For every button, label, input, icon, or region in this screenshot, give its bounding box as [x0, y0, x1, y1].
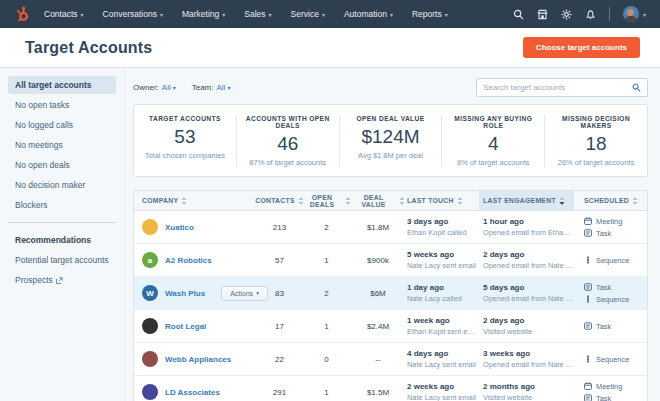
scheduled-task[interactable]: Task — [584, 394, 647, 401]
sidebar-item-no-meetings[interactable]: No meetings — [8, 136, 116, 154]
last-touch: 1 week ago Ethan Kopit sent email — [405, 316, 479, 336]
nav-reports[interactable]: Reports▾ — [412, 9, 448, 19]
divider — [8, 222, 116, 223]
owner-filter-label: Owner: — [133, 83, 159, 92]
sort-icon[interactable] — [457, 197, 463, 205]
search-icon[interactable] — [632, 83, 641, 92]
column-header-last-engagement[interactable]: LAST ENGAGEMENT — [479, 191, 574, 210]
open-deals-count: 0 — [302, 355, 351, 364]
sidebar-item-potential-target-accounts[interactable]: Potential target accounts — [8, 251, 116, 269]
table-row[interactable]: W Wash Plus Actions▾ 83 2 $6M 1 day ago … — [134, 277, 647, 310]
scheduled-task[interactable]: Task — [584, 322, 647, 331]
column-header-company[interactable]: COMPANY — [134, 191, 257, 210]
sort-icon[interactable] — [632, 197, 638, 205]
settings-gear-icon[interactable] — [561, 9, 572, 20]
notifications-bell-icon[interactable] — [585, 9, 596, 20]
table-row[interactable]: Root Legal 17 1 $2.4M 1 week ago Ethan K… — [134, 310, 647, 343]
nav-marketing[interactable]: Marketing▾ — [182, 9, 225, 19]
user-menu[interactable]: ▾ — [623, 6, 646, 22]
scheduled-sequence[interactable]: Sequence — [584, 256, 647, 265]
open-deals-count: 1 — [302, 388, 351, 397]
column-header-last-touch[interactable]: LAST TOUCH — [405, 191, 479, 210]
company-link[interactable]: Xuatico — [165, 223, 194, 232]
chevron-down-icon: ▾ — [390, 11, 393, 18]
chevron-down-icon: ▾ — [222, 11, 225, 18]
nav-service[interactable]: Service▾ — [291, 9, 325, 19]
chevron-down-icon: ▾ — [269, 11, 272, 18]
contacts-count: 291 — [257, 388, 302, 397]
calendar-icon — [584, 382, 592, 390]
sort-descending-icon[interactable] — [559, 197, 565, 205]
nav-automation[interactable]: Automation▾ — [344, 9, 393, 19]
sequence-icon — [584, 355, 592, 363]
nav-sales[interactable]: Sales▾ — [244, 9, 271, 19]
sort-icon[interactable] — [181, 197, 187, 205]
table-row[interactable]: a A2 Robotics 57 1 $900k 5 weeks ago Nat… — [134, 244, 647, 277]
search-icon[interactable] — [513, 9, 524, 20]
top-navigation-bar: Contacts▾ Conversations▾ Marketing▾ Sale… — [0, 0, 660, 28]
chevron-down-icon: ▾ — [160, 11, 163, 18]
last-touch: 2 weeks ago Nate Lacy sent email — [405, 382, 479, 401]
company-logo — [142, 384, 158, 400]
filter-bar: Owner: All▾ Team: All▾ — [133, 77, 648, 97]
target-accounts-table: COMPANY CONTACTS OPEN DEALS DEAL VALUE L… — [133, 190, 648, 401]
sidebar-item-prospects[interactable]: Prospects — [8, 271, 116, 289]
task-icon — [584, 394, 592, 401]
team-filter-label: Team: — [192, 83, 214, 92]
scheduled-sequence[interactable]: Sequence — [584, 295, 647, 304]
last-engagement: 3 weeks ago Opened email from Nate Lacy — [479, 349, 574, 369]
task-icon — [584, 322, 592, 330]
company-link[interactable]: A2 Robotics — [165, 256, 212, 265]
stat-missing-any-buying-role: MISSING ANY BUYING ROLE 4 8% of target a… — [441, 115, 544, 167]
scheduled-items: Meeting Task — [574, 217, 647, 238]
owner-filter-dropdown[interactable]: All▾ — [162, 83, 176, 92]
chevron-down-icon: ▾ — [81, 11, 84, 18]
column-header-scheduled[interactable]: SCHEDULED — [574, 191, 647, 210]
company-link[interactable]: LD Associates — [165, 388, 220, 397]
last-engagement: 2 days ago Opened email from Nate Lacy — [479, 250, 574, 270]
sidebar-item-no-decision-maker[interactable]: No decision maker — [8, 176, 116, 194]
column-header-deal-value[interactable]: DEAL VALUE — [351, 191, 405, 210]
company-logo — [142, 318, 158, 334]
column-header-open-deals[interactable]: OPEN DEALS — [302, 191, 351, 210]
last-touch: 3 days ago Ethan Kopit called — [405, 217, 479, 237]
choose-target-accounts-button[interactable]: Choose target accounts — [523, 37, 640, 58]
scheduled-items: Sequence — [574, 256, 647, 265]
search-input[interactable] — [483, 83, 632, 92]
nav-conversations[interactable]: Conversations▾ — [103, 9, 163, 19]
company-link[interactable]: Webb Appliances — [165, 355, 231, 364]
user-avatar[interactable] — [623, 6, 639, 22]
table-row[interactable]: Xuatico 213 2 $1.8M 3 days ago Ethan Kop… — [134, 211, 647, 244]
marketplace-icon[interactable] — [537, 9, 548, 20]
deal-value: $1.8M — [351, 223, 405, 232]
nav-contacts[interactable]: Contacts▾ — [44, 9, 84, 19]
scheduled-task[interactable]: Task — [584, 283, 647, 292]
sidebar-item-no-open-deals[interactable]: No open deals — [8, 156, 116, 174]
stat-missing-decision-makers: MISSING DECISION MAKERS 18 26% of target… — [544, 115, 647, 167]
scheduled-sequence[interactable]: Sequence — [584, 355, 647, 364]
sequence-icon — [584, 256, 592, 264]
sidebar-item-no-logged-calls[interactable]: No logged calls — [8, 116, 116, 134]
team-filter-dropdown[interactable]: All▾ — [217, 83, 231, 92]
scheduled-meeting[interactable]: Meeting — [584, 217, 647, 226]
table-header-row: COMPANY CONTACTS OPEN DEALS DEAL VALUE L… — [134, 191, 647, 211]
search-target-accounts-box[interactable] — [476, 78, 648, 97]
last-engagement: 2 months ago Visited website — [479, 382, 574, 401]
sidebar-item-blockers[interactable]: Blockers — [8, 196, 116, 214]
company-link[interactable]: Root Legal — [165, 322, 206, 331]
open-deals-count: 1 — [302, 256, 351, 265]
last-touch: 4 days ago Nate Lacy sent email — [405, 349, 479, 369]
external-link-icon — [56, 277, 63, 284]
sidebar-item-no-open-tasks[interactable]: No open tasks — [8, 96, 116, 114]
hubspot-logo-icon[interactable] — [14, 6, 30, 22]
scheduled-items: Sequence — [574, 355, 647, 364]
scheduled-meeting[interactable]: Meeting — [584, 382, 647, 391]
stat-open-deal-value: OPEN DEAL VALUE $124M Avg $1.8M per deal — [339, 115, 442, 167]
scheduled-task[interactable]: Task — [584, 229, 647, 238]
column-header-contacts[interactable]: CONTACTS — [257, 191, 302, 210]
sidebar-item-all-target-accounts[interactable]: All target accounts — [8, 76, 116, 94]
company-logo: W — [142, 285, 158, 301]
table-row[interactable]: Webb Appliances 22 0 -- 4 days ago Nate … — [134, 343, 647, 376]
company-link[interactable]: Wash Plus — [165, 289, 205, 298]
table-row[interactable]: LD Associates 291 1 $1.5M 2 weeks ago Na… — [134, 376, 647, 401]
